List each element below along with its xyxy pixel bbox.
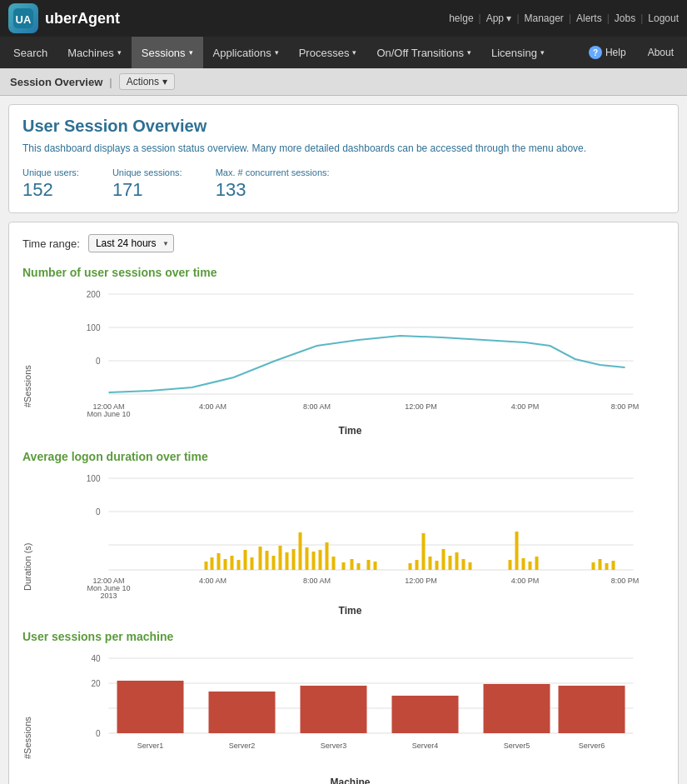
svg-rect-64 — [599, 559, 602, 570]
page-title: User Session Overview — [22, 117, 665, 136]
svg-rect-92 — [559, 686, 625, 733]
svg-rect-25 — [217, 553, 221, 570]
nav-processes[interactable]: Processes ▾ — [289, 37, 367, 68]
svg-rect-42 — [332, 557, 336, 570]
logo-icon: UA — [8, 3, 38, 33]
sessions-x-label: Time — [36, 425, 665, 437]
machine-chart-section: User sessions per machine #Sessions 40 2… — [22, 630, 665, 784]
svg-rect-48 — [409, 563, 412, 570]
current-user: helge — [449, 12, 473, 24]
stat-concurrent-sessions: Max. # concurrent sessions: 133 — [216, 167, 330, 201]
svg-rect-63 — [592, 562, 595, 570]
svg-rect-35 — [286, 552, 289, 570]
svg-text:2013: 2013 — [100, 417, 117, 419]
nav-applications[interactable]: Applications ▾ — [203, 37, 289, 68]
svg-rect-49 — [416, 560, 419, 570]
machine-y-label: #Sessions — [22, 688, 32, 784]
svg-rect-58 — [509, 560, 512, 570]
svg-rect-50 — [422, 533, 426, 570]
svg-text:8:00 AM: 8:00 AM — [303, 402, 331, 411]
svg-text:8:00 PM: 8:00 PM — [611, 402, 640, 411]
stat-concurrent-sessions-label: Max. # concurrent sessions: — [216, 167, 330, 177]
svg-rect-62 — [535, 557, 539, 570]
charts-card: Time range: Last 24 hours Last 7 days La… — [8, 222, 679, 784]
actions-button[interactable]: Actions ▾ — [119, 73, 175, 90]
svg-rect-39 — [312, 552, 316, 570]
svg-rect-33 — [272, 556, 276, 570]
machine-x-label: Machine — [36, 777, 665, 784]
svg-text:4:00 PM: 4:00 PM — [511, 577, 540, 585]
time-range-select[interactable]: Last 24 hours Last 7 days Last 30 days — [88, 234, 174, 252]
applications-caret: ▾ — [275, 48, 279, 57]
page-description: This dashboard displays a session status… — [22, 142, 665, 154]
svg-text:20: 20 — [91, 679, 101, 688]
processes-caret: ▾ — [352, 48, 356, 57]
svg-rect-34 — [279, 546, 282, 570]
svg-rect-27 — [231, 556, 234, 570]
nav-right: ? Help About — [580, 37, 684, 68]
nav-onoff[interactable]: On/Off Transitions ▾ — [366, 37, 481, 68]
stat-concurrent-sessions-value: 133 — [216, 179, 330, 201]
sessions-chart-inner: 200 100 0 12:00 AM Mon June 10 2013 4:00… — [36, 286, 665, 437]
licensing-caret: ▾ — [540, 48, 545, 57]
app-logo: UA uberAgent — [8, 3, 120, 33]
svg-rect-30 — [251, 557, 254, 570]
svg-rect-43 — [342, 562, 346, 570]
svg-text:100: 100 — [87, 323, 101, 332]
svg-text:12:00 PM: 12:00 PM — [405, 402, 437, 411]
nav-licensing[interactable]: Licensing ▾ — [481, 37, 555, 68]
time-range-label: Time range: — [22, 237, 80, 250]
svg-text:4:00 PM: 4:00 PM — [511, 402, 540, 411]
stat-unique-users-label: Unique users: — [22, 167, 79, 177]
nav-about[interactable]: About — [638, 47, 684, 58]
breadcrumb-separator: | — [109, 76, 112, 88]
svg-text:Server5: Server5 — [504, 742, 530, 750]
svg-rect-32 — [266, 551, 269, 570]
svg-rect-60 — [522, 558, 525, 570]
app-name: uberAgent — [45, 10, 120, 27]
svg-rect-84 — [209, 692, 276, 733]
time-range-row: Time range: Last 24 hours Last 7 days La… — [22, 234, 665, 252]
machine-chart-inner: 40 20 0 Server1 Server2 Server3 — [36, 650, 665, 784]
help-icon: ? — [589, 46, 602, 59]
main-nav: Search Machines ▾ Sessions ▾ Application… — [0, 37, 687, 68]
svg-text:Server4: Server4 — [412, 742, 439, 750]
svg-text:Server6: Server6 — [579, 742, 605, 750]
nav-logout[interactable]: Logout — [648, 12, 679, 24]
svg-text:4:00 AM: 4:00 AM — [199, 402, 227, 411]
main-content: User Session Overview This dashboard dis… — [0, 96, 687, 784]
svg-text:8:00 AM: 8:00 AM — [303, 577, 331, 585]
sessions-caret: ▾ — [189, 48, 193, 57]
help-button[interactable]: ? Help — [580, 46, 635, 59]
nav-app[interactable]: App ▾ — [486, 12, 512, 24]
logon-chart-title: Average logon duration over time — [22, 450, 665, 463]
stat-unique-sessions-value: 171 — [112, 179, 182, 201]
svg-text:100: 100 — [87, 474, 101, 483]
nav-alerts[interactable]: Alerts — [576, 12, 602, 24]
stat-unique-sessions-label: Unique sessions: — [112, 167, 182, 177]
svg-rect-53 — [442, 549, 446, 570]
svg-rect-88 — [392, 696, 459, 733]
svg-rect-45 — [357, 563, 361, 570]
sessions-svg: 200 100 0 12:00 AM Mon June 10 2013 4:00… — [36, 286, 665, 419]
nav-manager[interactable]: Manager — [525, 12, 564, 24]
nav-machines[interactable]: Machines ▾ — [57, 37, 132, 68]
svg-rect-86 — [301, 686, 367, 733]
nav-jobs[interactable]: Jobs — [615, 12, 635, 24]
logon-chart-inner: 100 0 — [36, 470, 665, 617]
breadcrumb-current: Session Overview — [10, 76, 102, 88]
svg-rect-56 — [462, 559, 465, 570]
svg-rect-59 — [515, 532, 519, 570]
svg-rect-46 — [367, 560, 371, 570]
svg-text:Server3: Server3 — [321, 742, 347, 750]
stats-row: Unique users: 152 Unique sessions: 171 M… — [22, 167, 665, 201]
svg-text:0: 0 — [96, 357, 101, 366]
svg-text:8:00 PM: 8:00 PM — [611, 577, 640, 585]
svg-text:0: 0 — [96, 729, 101, 738]
logon-chart-wrap: Duration (s) 100 0 — [22, 470, 665, 617]
nav-search[interactable]: Search — [3, 37, 57, 68]
svg-text:200: 200 — [87, 290, 101, 299]
stat-unique-sessions: Unique sessions: 171 — [112, 167, 182, 201]
nav-sessions[interactable]: Sessions ▾ — [132, 37, 203, 68]
svg-rect-82 — [117, 681, 184, 733]
